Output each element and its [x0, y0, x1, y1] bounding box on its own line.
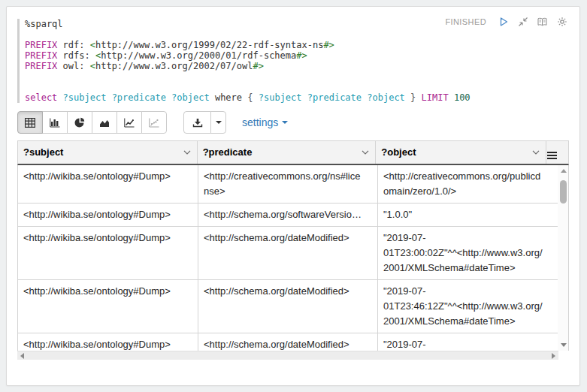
code-editor[interactable]: %sparqlPREFIX rdf: <http://www.w3.org/19…: [17, 19, 513, 103]
collapse-button[interactable]: [517, 16, 528, 27]
caret-down-icon: [216, 121, 222, 124]
area-chart-view-button[interactable]: [92, 111, 117, 134]
area-chart-icon: [99, 118, 110, 128]
table-cell: <http://wikiba.se/ontology#Dump>: [18, 204, 198, 226]
code-line: PREFIX owl: <http://www.w3.org/2002/07/o…: [25, 61, 513, 71]
table-view-button[interactable]: [17, 111, 43, 134]
show-editor-button[interactable]: [537, 16, 548, 27]
scroll-right-arrow-icon[interactable]: [552, 353, 555, 359]
chevron-down-icon[interactable]: [532, 150, 540, 155]
download-button-group: [183, 111, 226, 134]
line-chart-icon: [124, 118, 135, 128]
code-line: PREFIX rdf: <http://www.w3.org/1999/02/2…: [25, 40, 513, 50]
table-cell: <http://wikiba.se/ontology#Dump>: [18, 165, 198, 203]
grid-menu-button[interactable]: [546, 141, 568, 164]
scroll-down-arrow-icon[interactable]: [561, 343, 567, 347]
chart-type-button-group: [17, 111, 167, 134]
table-cell: <http://wikiba.se/ontology#Dump>: [18, 333, 198, 351]
settings-gear-button[interactable]: [556, 16, 567, 27]
table-row: <http://wikiba.se/ontology#Dump><http://…: [18, 165, 558, 204]
code-lines: %sparqlPREFIX rdf: <http://www.w3.org/19…: [25, 19, 513, 103]
table-cell: "2019-07-: [378, 333, 558, 351]
chevron-down-icon[interactable]: [183, 150, 191, 155]
scroll-left-arrow-icon[interactable]: [20, 353, 24, 359]
pie-chart-view-button[interactable]: [67, 111, 92, 134]
table-row: <http://wikiba.se/ontology#Dump><http://…: [18, 204, 558, 227]
table-row: <http://wikiba.se/ontology#Dump><http://…: [18, 280, 558, 333]
results-grid: ?subject ?predicate ?object: [17, 140, 569, 360]
code-line: [25, 29, 513, 40]
paragraph-panel: FINISHED: [6, 6, 580, 386]
gear-icon: [557, 17, 567, 27]
bar-chart-icon: [50, 118, 60, 128]
column-label: ?object: [381, 146, 416, 158]
compress-icon: [518, 17, 528, 27]
column-label: ?subject: [23, 146, 63, 158]
table-cell: <http://creativecommons.org/publicd omai…: [378, 165, 558, 203]
column-label: ?predicate: [203, 146, 253, 158]
column-header-object[interactable]: ?object: [376, 141, 546, 164]
column-header-subject[interactable]: ?subject: [18, 141, 198, 164]
code-line: [25, 82, 513, 92]
hamburger-icon: [547, 150, 557, 161]
table-cell: <http://wikiba.se/ontology#Dump>: [18, 227, 198, 279]
pie-chart-icon: [74, 117, 85, 128]
code-line: PREFIX rdfs: <http://www.w3.org/2000/01/…: [25, 50, 513, 61]
bar-chart-view-button[interactable]: [42, 111, 68, 134]
column-header-predicate[interactable]: ?predicate: [198, 141, 377, 164]
scatter-chart-icon: [149, 118, 159, 128]
scroll-up-arrow-icon[interactable]: [561, 169, 567, 173]
table-body-rows: <http://wikiba.se/ontology#Dump><http://…: [18, 165, 558, 351]
table-cell: <http://wikiba.se/ontology#Dump>: [18, 280, 198, 333]
table-cell: "1.0.0": [378, 204, 558, 226]
horizontal-scrollbar[interactable]: [17, 351, 558, 360]
settings-dropdown[interactable]: settings: [242, 116, 288, 128]
download-caret-button[interactable]: [210, 111, 226, 134]
table-cell: <http://creativecommons.org/ns#lice nse>: [198, 165, 378, 203]
table-row: <http://wikiba.se/ontology#Dump><http://…: [18, 333, 558, 351]
table-cell: <http://schema.org/dateModified>: [198, 280, 378, 333]
grid-body: <http://wikiba.se/ontology#Dump><http://…: [17, 165, 569, 351]
table-cell: <http://schema.org/dateModified>: [198, 333, 378, 351]
screenshot-root: { "panel": { "status": "FINISHED" }, "ed…: [0, 0, 587, 392]
table-cell: "2019-07- 01T23:00:02Z"^^<http://www.w3.…: [378, 227, 558, 279]
caret-down-icon: [282, 121, 288, 124]
table-cell: <http://schema.org/dateModified>: [198, 227, 378, 279]
vertical-scrollbar-thumb[interactable]: [560, 180, 567, 204]
line-chart-view-button[interactable]: [116, 111, 142, 134]
book-icon: [537, 17, 548, 27]
table-cell: <http://schema.org/softwareVersio…: [198, 204, 378, 226]
code-line: %sparql: [25, 19, 513, 29]
settings-label: settings: [242, 116, 278, 128]
download-icon: [192, 118, 203, 128]
table-icon: [25, 118, 35, 128]
scatter-chart-view-button[interactable]: [141, 111, 167, 134]
code-line: [25, 71, 513, 82]
code-line: select ?subject ?predicate ?object where…: [25, 92, 513, 103]
table-row: <http://wikiba.se/ontology#Dump><http://…: [18, 227, 558, 280]
download-button[interactable]: [183, 111, 211, 134]
result-toolbar: settings: [17, 111, 288, 134]
grid-header: ?subject ?predicate ?object: [17, 140, 569, 165]
vertical-scrollbar[interactable]: [558, 165, 568, 351]
chevron-down-icon[interactable]: [362, 150, 369, 155]
table-cell: "2019-07- 01T23:46:12Z"^^<http://www.w3.…: [378, 280, 558, 333]
